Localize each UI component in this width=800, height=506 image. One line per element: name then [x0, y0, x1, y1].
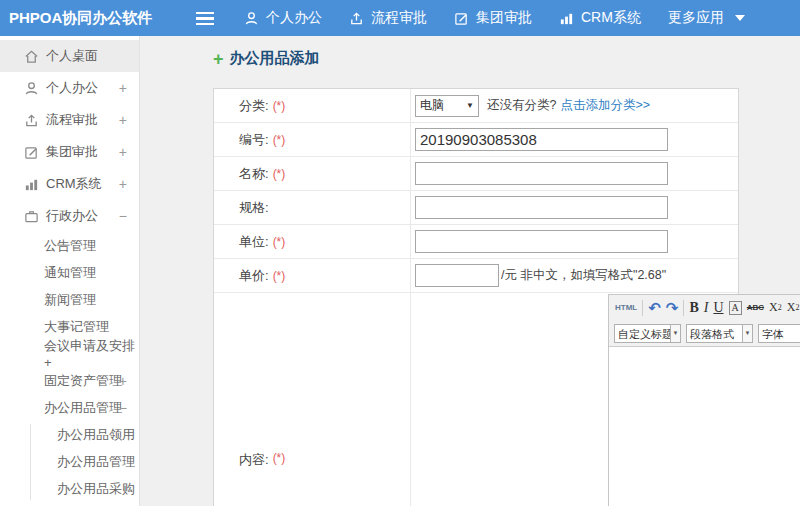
page-title-text: 办公用品添加 [230, 49, 320, 68]
expand-toggle[interactable]: + [119, 80, 127, 96]
sidebar-item-label: 大事记管理 [44, 318, 109, 336]
sidebar-item-admin-office[interactable]: 行政办公 − [0, 200, 139, 232]
form-row-content: 内容: (*) HTML ↶ ↷ B I U [214, 293, 738, 506]
main-content: + 办公用品添加 分类: (*) 电脑 ▼ 还没有分类? 点击添加分类>> [140, 36, 800, 506]
caret-down-icon: ▼ [743, 324, 753, 343]
required-mark: (*) [273, 133, 286, 147]
subscript-button[interactable]: X2 [787, 300, 800, 315]
field-value [411, 225, 738, 258]
category-hint: 还没有分类? [487, 97, 556, 114]
form-row-price: 单价: (*) /元 非中文，如填写格式"2.68" [214, 259, 738, 293]
name-input[interactable] [415, 162, 668, 185]
process-icon [349, 11, 364, 26]
sidebar-item-personal-office[interactable]: 个人办公 + [0, 72, 139, 104]
field-label: 分类: (*) [214, 89, 411, 122]
font-button[interactable]: A [729, 301, 742, 315]
category-selected-value: 电脑 [420, 97, 444, 114]
price-input[interactable] [415, 264, 499, 287]
bold-button[interactable]: B [689, 300, 698, 316]
nav-workflow-approval[interactable]: 流程审批 [349, 9, 427, 27]
nav-group-approval[interactable]: 集团审批 [454, 9, 532, 27]
required-mark: (*) [273, 99, 286, 113]
sidebar-item-office-supplies-mgmt[interactable]: 办公用品管理 − [0, 394, 139, 421]
nav-label: CRM系统 [581, 9, 641, 27]
sidebar-item-label: 办公用品领用 [57, 426, 135, 444]
sidebar-item-news-mgmt[interactable]: 新闻管理 [0, 286, 139, 313]
spec-input[interactable] [415, 196, 668, 219]
expand-toggle[interactable]: + [119, 373, 127, 389]
field-label: 单价: (*) [214, 259, 411, 292]
sidebar-item-memorabilia-mgmt[interactable]: 大事记管理 [0, 313, 139, 340]
italic-button[interactable]: I [704, 300, 709, 316]
user-icon [244, 11, 259, 26]
custom-heading-select[interactable]: 自定义标题 ▼ [614, 324, 681, 343]
sidebar-item-notice-mgmt[interactable]: 通知管理 [0, 259, 139, 286]
form-row-code: 编号: (*) [214, 123, 738, 157]
sidebar-item-label: 集团审批 [46, 143, 98, 161]
label-text: 单位: [239, 233, 269, 251]
field-label: 规格: [214, 191, 411, 224]
caret-down-icon: ▼ [671, 324, 681, 343]
redo-button[interactable]: ↷ [666, 300, 679, 315]
form-row-spec: 规格: [214, 191, 738, 225]
expand-toggle[interactable]: + [119, 112, 127, 128]
font-family-select[interactable]: 字体 ▼ [758, 324, 800, 343]
sidebar-item-supplies-manage[interactable]: 办公用品管理 [0, 448, 139, 475]
required-mark: (*) [273, 167, 286, 181]
sidebar-item-label: CRM系统 [46, 175, 102, 193]
field-value: HTML ↶ ↷ B I U A ABC X2 X2 [411, 293, 738, 506]
unit-input[interactable] [415, 230, 668, 253]
collapse-toggle[interactable]: − [119, 400, 127, 416]
expand-toggle[interactable]: + [119, 176, 127, 192]
undo-button[interactable]: ↶ [648, 300, 661, 315]
add-category-link[interactable]: 点击添加分类>> [560, 97, 650, 114]
required-mark: (*) [273, 269, 286, 283]
strikethrough-button[interactable]: ABC [747, 303, 764, 312]
price-format-hint: /元 非中文，如填写格式"2.68" [501, 267, 666, 284]
sidebar-item-announcement-mgmt[interactable]: 公告管理 [0, 232, 139, 259]
paragraph-format-select[interactable]: 段落格式 ▼ [686, 324, 753, 343]
nav-more-apps[interactable]: 更多应用 [668, 9, 745, 27]
top-nav: 个人办公 流程审批 集团审批 CRM系统 更多应用 [244, 9, 745, 27]
menu-icon[interactable] [196, 12, 214, 25]
required-mark: (*) [273, 451, 286, 465]
sidebar-item-workflow-approval[interactable]: 流程审批 + [0, 104, 139, 136]
nav-personal-office[interactable]: 个人办公 [244, 9, 322, 27]
label-text: 编号: [239, 131, 269, 149]
html-source-button[interactable]: HTML [615, 303, 637, 312]
chart-icon [559, 11, 574, 26]
editor-content-area[interactable] [609, 346, 800, 506]
sidebar-item-supplies-purchase[interactable]: 办公用品采购 [0, 475, 139, 502]
app-window: PHPOA协同办公软件 个人办公 流程审批 集团审批 CRM系统 更多应用 [0, 0, 800, 506]
sidebar-item-label: 个人办公 [46, 79, 98, 97]
superscript-button[interactable]: X2 [769, 300, 782, 315]
sidebar-item-fixed-assets-mgmt[interactable]: 固定资产管理 + [0, 367, 139, 394]
nav-label: 更多应用 [668, 9, 724, 27]
editor-toolbar-row1: HTML ↶ ↷ B I U A ABC X2 X2 [609, 295, 800, 320]
add-supply-form: 分类: (*) 电脑 ▼ 还没有分类? 点击添加分类>> 编号: (*) [213, 88, 739, 506]
sidebar-item-crm-system[interactable]: CRM系统 + [0, 168, 139, 200]
caret-down-icon [735, 15, 745, 21]
chart-icon [24, 177, 39, 192]
sidebar-item-label: 公告管理 [44, 237, 96, 255]
nav-crm-system[interactable]: CRM系统 [559, 9, 641, 27]
top-header: PHPOA协同办公软件 个人办公 流程审批 集团审批 CRM系统 更多应用 [0, 0, 800, 36]
code-input[interactable] [415, 128, 668, 151]
sidebar-item-personal-desktop[interactable]: 个人桌面 [0, 40, 139, 72]
form-row-unit: 单位: (*) [214, 225, 738, 259]
sidebar-item-label: 通知管理 [44, 264, 96, 282]
field-label: 编号: (*) [214, 123, 411, 156]
sidebar: 个人桌面 个人办公 + 流程审批 + 集团审批 + CRM系统 + 行政办公 −… [0, 36, 140, 506]
label-text: 分类: [239, 97, 269, 115]
underline-button[interactable]: U [713, 300, 723, 316]
editor-toolbar-row2: 自定义标题 ▼ 段落格式 ▼ 字体 ▼ [609, 320, 800, 346]
field-value: 电脑 ▼ 还没有分类? 点击添加分类>> [411, 89, 738, 122]
sidebar-item-supplies-claim[interactable]: 办公用品领用 [0, 421, 139, 448]
sidebar-item-meeting-request[interactable]: 会议申请及安排+ [0, 340, 139, 367]
expand-toggle[interactable]: + [119, 144, 127, 160]
collapse-toggle[interactable]: − [119, 208, 127, 224]
field-label: 内容: (*) [214, 293, 411, 506]
category-select[interactable]: 电脑 ▼ [415, 95, 479, 117]
sidebar-item-group-approval[interactable]: 集团审批 + [0, 136, 139, 168]
toolbar-separator [642, 300, 643, 316]
